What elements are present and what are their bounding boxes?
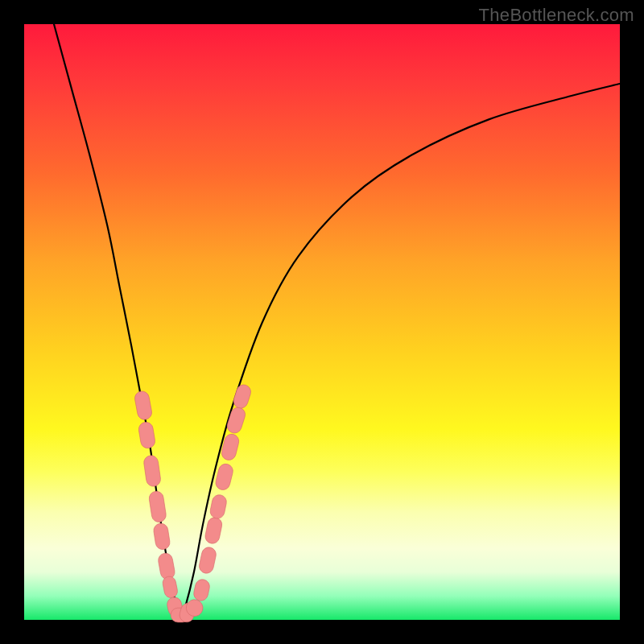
curve-marker xyxy=(162,576,179,599)
watermark-text: TheBottleneck.com xyxy=(479,5,634,26)
bottleneck-curve-path xyxy=(54,24,620,620)
marker-layer xyxy=(134,383,253,624)
svg-rect-6 xyxy=(162,576,179,599)
curve-marker xyxy=(232,383,253,411)
curve-marker xyxy=(134,390,153,421)
svg-rect-13 xyxy=(204,516,223,544)
svg-rect-3 xyxy=(148,490,167,523)
svg-rect-15 xyxy=(214,462,234,491)
svg-rect-1 xyxy=(138,421,156,449)
chart-frame: TheBottleneck.com xyxy=(0,0,644,644)
svg-rect-18 xyxy=(232,383,253,411)
curve-marker xyxy=(192,578,211,602)
curve-marker xyxy=(198,546,217,575)
chart-svg xyxy=(24,24,620,620)
plot-area xyxy=(24,24,620,620)
svg-rect-11 xyxy=(192,578,211,602)
curve-marker xyxy=(204,516,223,544)
curve-marker xyxy=(157,552,175,580)
curve-marker xyxy=(138,421,156,449)
curve-marker xyxy=(148,490,167,523)
svg-rect-0 xyxy=(134,390,153,421)
svg-rect-5 xyxy=(157,552,175,580)
svg-rect-4 xyxy=(153,522,171,551)
curve-marker xyxy=(143,455,162,488)
curve-marker xyxy=(214,462,234,491)
svg-rect-17 xyxy=(225,406,247,435)
svg-rect-2 xyxy=(143,455,162,488)
curve-marker xyxy=(209,493,228,520)
curve-marker xyxy=(153,522,171,551)
curve-marker xyxy=(225,406,247,435)
svg-rect-14 xyxy=(209,493,228,520)
svg-rect-12 xyxy=(198,546,217,575)
